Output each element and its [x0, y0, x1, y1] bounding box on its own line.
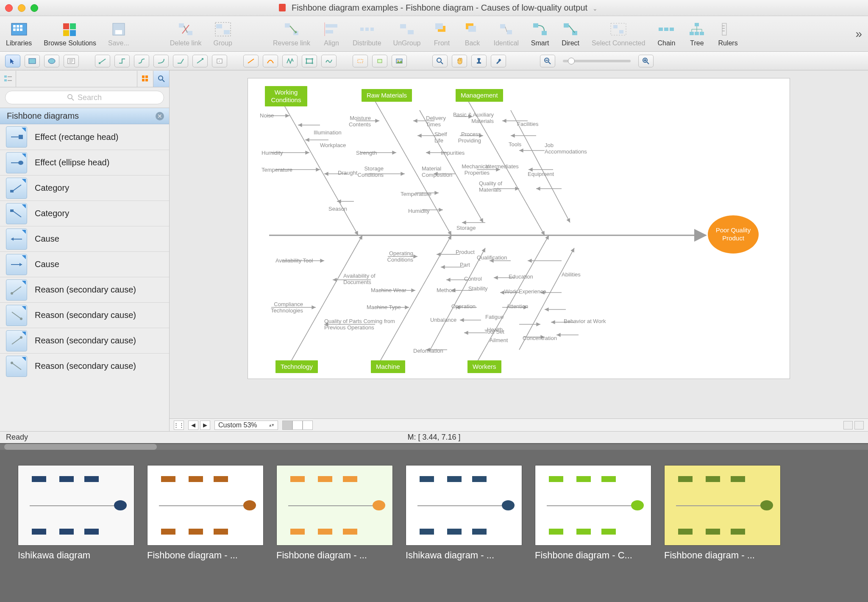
tool-snap[interactable] [372, 55, 387, 67]
footer-icon-1[interactable] [843, 421, 853, 429]
toolbar-delete-link[interactable]: Delete link [170, 21, 202, 47]
tool-eyedropper[interactable] [491, 55, 506, 67]
panel-toggle-button[interactable]: ⋮⋮ [174, 421, 184, 430]
library-header[interactable]: Fishbone diagrams ✕ [0, 108, 169, 124]
tool-line-2[interactable] [263, 55, 278, 67]
gallery-scrollbar[interactable] [0, 444, 868, 450]
library-item[interactable]: Category [0, 175, 169, 201]
toolbar-libraries[interactable]: Libraries [6, 21, 32, 47]
gallery-card[interactable]: Fishbone diagram - ... [664, 465, 781, 602]
svg-rect-49 [690, 32, 694, 35]
chevron-down-icon[interactable]: ⌄ [593, 5, 598, 12]
search-input[interactable]: Search [5, 91, 164, 104]
footer-icon-2[interactable] [854, 421, 864, 429]
toolbar-label: Group [214, 39, 232, 47]
toolbar-direct[interactable]: Direct [561, 21, 580, 47]
toolbar-overflow-button[interactable]: » [855, 27, 862, 41]
toolbar-group[interactable]: Group [214, 21, 232, 47]
toolbar-save[interactable]: Save... [108, 21, 129, 47]
tool-pointer[interactable] [5, 55, 20, 67]
effect-head[interactable]: Poor Quality Product [708, 215, 759, 254]
tool-stamp[interactable] [471, 55, 487, 67]
toolbar-chain[interactable]: Chain [657, 21, 676, 47]
tool-connector-6[interactable] [192, 55, 208, 67]
minimize-window-button[interactable] [18, 4, 25, 12]
category-management[interactable]: Management [456, 89, 503, 102]
library-item[interactable]: Category [0, 201, 169, 226]
category-machine[interactable]: Machine [371, 360, 405, 373]
close-window-button[interactable] [5, 4, 13, 12]
library-item[interactable]: Cause [0, 226, 169, 251]
library-item[interactable]: Effect (ellipse head) [0, 150, 169, 175]
toolbar-label: Distribute [353, 39, 381, 47]
toolbar-smart[interactable]: Smart [531, 21, 549, 47]
svg-rect-7 [63, 23, 69, 29]
tool-image[interactable] [392, 55, 407, 67]
library-list[interactable]: Effect (rectange head)Effect (ellipse he… [0, 124, 169, 431]
gallery-card[interactable]: Fishbone diagram - ... [276, 465, 393, 602]
tool-line-3[interactable] [282, 55, 298, 67]
library-item[interactable]: Reason (secondary cause) [0, 277, 169, 302]
tool-connector-5[interactable] [173, 55, 188, 67]
panel-tab-outline[interactable] [0, 71, 16, 87]
tool-line-1[interactable] [243, 55, 259, 67]
gallery-card[interactable]: Fishbone diagram - C... [535, 465, 651, 602]
toolbar-distribute[interactable]: Distribute [353, 21, 381, 47]
toolbar-back[interactable]: Back [463, 21, 482, 47]
zoom-in-button[interactable] [638, 55, 654, 67]
next-page-button[interactable]: ▶ [200, 421, 210, 430]
tool-connector-3[interactable] [134, 55, 149, 67]
library-item[interactable]: Reason (secondary cause) [0, 328, 169, 353]
gallery-card[interactable]: Ishikawa diagram - ... [406, 465, 522, 602]
cause-label: Season [328, 206, 347, 212]
prev-page-button[interactable]: ◀ [188, 421, 198, 430]
align-icon [322, 21, 341, 38]
canvas-scroll[interactable]: Working Conditions Raw Materials Managem… [170, 70, 868, 418]
library-item[interactable]: Cause [0, 251, 169, 277]
library-item[interactable]: Reason (secondary cause) [0, 353, 169, 379]
tool-ellipse[interactable] [44, 55, 59, 67]
tool-connector-1[interactable] [95, 55, 110, 67]
zoom-display[interactable]: Custom 53% ▴▾ [214, 421, 278, 430]
category-technology[interactable]: Technology [275, 360, 318, 373]
tool-connector-2[interactable] [114, 55, 130, 67]
panel-tab-grid[interactable] [137, 71, 153, 87]
tool-line-4[interactable] [302, 55, 317, 67]
tool-hand[interactable] [452, 55, 467, 67]
tool-zoom[interactable] [432, 55, 448, 67]
view-mode-2[interactable] [292, 421, 303, 430]
close-icon[interactable]: ✕ [156, 112, 164, 120]
gallery-card[interactable]: Ishikawa diagram [18, 465, 134, 602]
tool-insert[interactable]: + [212, 55, 227, 67]
zoom-slider[interactable] [563, 60, 631, 62]
tool-rect[interactable] [25, 55, 40, 67]
tool-crop[interactable] [353, 55, 368, 67]
toolbar-identical[interactable]: Identical [494, 21, 519, 47]
diagram-page[interactable]: Working Conditions Raw Materials Managem… [248, 78, 790, 379]
zoom-out-button[interactable] [540, 55, 555, 67]
panel-tab-search[interactable] [153, 71, 169, 87]
zoom-window-button[interactable] [31, 4, 38, 12]
category-workers[interactable]: Workers [467, 360, 501, 373]
toolbar-tree[interactable]: Tree [687, 21, 706, 47]
category-working-conditions[interactable]: Working Conditions [265, 86, 307, 106]
tool-line-5[interactable] [321, 55, 337, 67]
category-raw-materials[interactable]: Raw Materials [362, 89, 412, 102]
view-mode-3[interactable] [303, 421, 313, 430]
svg-line-100 [72, 98, 74, 100]
svg-line-119 [12, 363, 21, 370]
tool-text[interactable] [64, 55, 79, 67]
cause-label: Temperature [262, 167, 292, 173]
toolbar-ungroup[interactable]: UnGroup [393, 21, 421, 47]
toolbar-browse-solutions[interactable]: Browse Solutions [44, 21, 96, 47]
toolbar-select-connected[interactable]: Select Connected [592, 21, 645, 47]
view-mode-1[interactable] [282, 421, 292, 430]
library-item[interactable]: Effect (rectange head) [0, 124, 169, 150]
library-item[interactable]: Reason (secondary cause) [0, 302, 169, 328]
toolbar-rulers[interactable]: Rulers [718, 21, 737, 47]
toolbar-reverse-link[interactable]: Reverse link [273, 21, 310, 47]
tool-connector-4[interactable] [153, 55, 169, 67]
gallery-card[interactable]: Fishbone diagram - ... [147, 465, 264, 602]
toolbar-align[interactable]: Align [322, 21, 341, 47]
toolbar-front[interactable]: Front [433, 21, 451, 47]
